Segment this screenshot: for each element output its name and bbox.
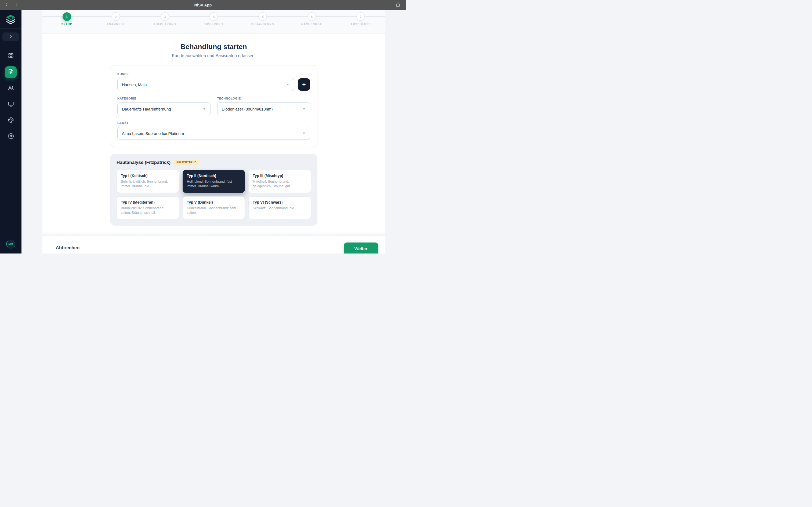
step-number: 4 [209,12,218,21]
step-nachsorge[interactable]: 6 NACHSORGE [287,12,336,34]
skin-analysis-title: Hautanalyse (Fitzpatrick) [116,160,170,165]
step-number: 2 [111,12,120,21]
skin-type-title: Typ IV (Mediterran) [121,200,175,205]
step-abschluss[interactable]: 7 ABSCHLUSS [336,12,385,34]
geraet-label: GERÄT [117,121,310,124]
sidebar-item-settings[interactable] [5,131,17,143]
technologie-select[interactable]: Diodenlaser (808nm/810nm) ▼ [217,103,310,115]
skin-type-6[interactable]: Typ VI (Schwarz) Schwarz. Sonnenbrand: n… [248,196,311,219]
add-customer-button[interactable]: + [298,78,310,91]
app-logo-icon [5,14,16,25]
skin-type-title: Typ V (Dunkel) [187,200,241,205]
kategorie-select-value: Dauerhafte Haarentfernung [122,107,171,111]
step-number: 6 [307,12,316,21]
sidebar-item-dashboard[interactable] [5,50,17,62]
step-label: ABSCHLUSS [351,23,371,26]
chevron-down-icon: ▼ [302,107,306,111]
chevron-down-icon: ▼ [302,131,306,135]
step-number: 5 [258,12,267,21]
document-icon [8,69,14,76]
step-number: 1 [62,12,71,21]
chevron-right-icon [9,34,13,40]
skin-type-5[interactable]: Typ V (Dunkel) Dunkelbraun. Sonnenbrand:… [183,196,245,219]
kategorie-label: KATEGORIE [117,97,210,100]
skin-type-1[interactable]: Typ I (Keltisch) Sehr hell, rötlich. Son… [116,170,179,193]
required-badge: PFLICHTFELD [174,160,199,165]
window-titlebar: NiSV App [0,0,406,10]
step-anamnese[interactable]: 2 ANAMNESE [91,12,140,34]
wizard-stepper: 1 SETUP 2 ANAMNESE 3 AUFKLÄRUNG 4 SICHER… [42,10,385,34]
step-label: AUFKLÄRUNG [153,23,176,26]
kunde-label: KUNDE [117,72,310,76]
kunde-select[interactable]: Hansen, Maja ▼ [117,78,294,91]
skin-type-desc: Hell, blond. Sonnenbrand: fast immer. Br… [187,179,241,189]
skin-type-3[interactable]: Typ III (Mischtyp) Mittelhell. Sonnenbra… [248,170,311,193]
page-subtitle: Kunde auswählen und Basisdaten erfassen. [42,53,385,58]
palette-icon [8,117,14,124]
step-number: 3 [161,12,169,21]
monitor-icon [8,101,14,108]
share-icon [395,2,401,8]
back-button[interactable] [4,2,10,8]
skin-analysis-card: Hautanalyse (Fitzpatrick) PFLICHTFELD Ty… [110,154,317,226]
skin-type-title: Typ II (Nordisch) [187,174,241,178]
sidebar-item-devices[interactable] [5,99,17,110]
skin-type-desc: Mittelhell. Sonnenbrand: gelegentlich. B… [253,179,307,189]
share-button[interactable] [394,1,402,9]
skin-type-desc: Bräunlich/Oliv. Sonnenbrand: selten. Brä… [121,206,175,215]
kategorie-select[interactable]: Dauerhafte Haarentfernung ▼ [117,103,210,115]
geraet-select[interactable]: Alma Lasers Soprano Ice Platinum ▼ [117,127,310,140]
forward-button[interactable] [13,2,19,8]
step-setup[interactable]: 1 SETUP [42,12,91,34]
scroll-fade [42,232,385,236]
skin-type-2[interactable]: Typ II (Nordisch) Hell, blond. Sonnenbra… [183,170,245,193]
technologie-select-value: Diodenlaser (808nm/810nm) [222,107,273,111]
sidebar-item-customers[interactable] [5,82,17,94]
geraet-select-value: Alma Lasers Soprano Ice Platinum [122,131,184,136]
cancel-button[interactable]: Abbrechen [56,245,80,253]
sidebar-expand-button[interactable] [2,33,19,41]
step-sicherheit[interactable]: 4 SICHERHEIT [189,12,238,34]
skin-type-title: Typ I (Keltisch) [121,174,175,178]
wizard-footer: Abbrechen Weiter [42,236,385,253]
sidebar-divider [0,29,21,29]
skin-type-4[interactable]: Typ IV (Mediterran) Bräunlich/Oliv. Sonn… [116,196,179,219]
chevron-left-icon [5,2,9,8]
next-button[interactable]: Weiter [344,242,378,253]
user-avatar[interactable]: MB [6,239,15,249]
step-number: 7 [356,12,365,21]
users-icon [8,85,14,92]
skin-type-desc: Schwarz. Sonnenbrand: nie. [253,206,307,211]
base-data-card: KUNDE Hansen, Maja ▼ + KATEGORIE Dauerha… [110,65,317,147]
skin-type-desc: Dunkelbraun. Sonnenbrand: sehr selten. [187,206,241,215]
skin-type-title: Typ III (Mischtyp) [253,174,307,178]
step-label: SETUP [61,23,72,26]
step-behandlung[interactable]: 5 BEHANDLUNG [238,12,287,34]
skin-type-desc: Sehr hell, rötlich. Sonnenbrand: immer. … [121,179,175,189]
step-aufklaerung[interactable]: 3 AUFKLÄRUNG [140,12,189,34]
gear-icon [8,133,14,140]
step-label: BEHANDLUNG [251,23,274,26]
step-label: NACHSORGE [301,23,322,26]
step-label: ANAMNESE [107,23,125,26]
sidebar: MB [0,10,21,253]
technologie-label: TECHNOLOGIE [217,97,310,100]
window-title: NiSV App [194,3,212,7]
chevron-down-icon: ▼ [203,107,206,111]
skin-type-title: Typ VI (Schwarz) [253,200,307,205]
step-label: SICHERHEIT [204,23,224,26]
kunde-select-value: Hansen, Maja [122,82,147,87]
sidebar-item-treatments[interactable] [5,66,17,78]
dashboard-grid-icon [8,53,14,60]
chevron-down-icon: ▼ [286,82,290,87]
step-content: Behandlung starten Kunde auswählen und B… [42,34,385,236]
chevron-right-icon [14,2,18,8]
page-title: Behandlung starten [42,43,385,51]
sidebar-item-appearance[interactable] [5,115,17,126]
main-area: 1 SETUP 2 ANAMNESE 3 AUFKLÄRUNG 4 SICHER… [21,10,406,253]
